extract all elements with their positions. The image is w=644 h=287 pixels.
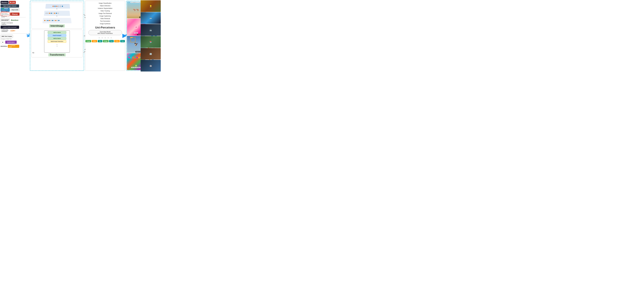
far-right-img-2: 🥽: [141, 12, 161, 24]
up-arrow-3: ↑: [105, 36, 106, 39]
feed-forward: Feed Forward: [48, 34, 66, 37]
input-video-2: Video: [114, 40, 120, 42]
generalist-line2: with Shared Parameters: [89, 32, 121, 34]
wikipedia-icon: W: [0, 40, 5, 44]
commoncrawl-badge: ⚡ Common Crawl: [8, 45, 19, 48]
left-arrow: [26, 34, 30, 35]
far-right-img-5: 🏢: [141, 48, 161, 60]
add-norm-bottom: Add & Norm: [48, 37, 66, 40]
generalist-line1: Generalist Model: [89, 31, 121, 32]
gcc-badge: Google's ConceptualCaptions: [0, 22, 14, 25]
tasks-list: Image Classification Object Detection In…: [86, 2, 124, 25]
multimedia-badge: multimediacommons: [0, 29, 9, 32]
transformers-label: Transformers: [48, 53, 66, 56]
transformers-block: Add & Norm Feed Forward Add & Norm Multi…: [31, 30, 83, 58]
openimages-row: Open Images Dataset: [0, 4, 26, 8]
bamboo-lvis-row: Bamboo ✖ LVIS: [0, 1, 26, 4]
far-right-img-6: 🤖: [141, 60, 161, 72]
generalist-box: Generalist Model with Shared Parameters: [88, 30, 122, 35]
task-image-classification: Image Classification: [86, 2, 124, 4]
corpustext-row: A Corpus of Web Text: [0, 38, 26, 40]
input-video-1: Video: [92, 40, 97, 42]
up-arrow-5: ↑: [111, 36, 112, 39]
middle-section: ↑ ↑: [30, 1, 84, 71]
task-instance-segmentation: Instance Segmentation: [86, 7, 124, 10]
wikipedia-label: WIKIPEDIA: [0, 46, 8, 47]
task-image-text-retrieval: Image-Text Retrieval: [86, 12, 124, 15]
nx-label: Nx: [32, 52, 34, 54]
pascal-badge: PASCAL2 Pattern Analysis, Statistical Mo…: [0, 12, 10, 16]
imagenet-badge: IMAGENET: [0, 18, 10, 22]
far-right-img-4: 📚: [141, 36, 161, 48]
wikipedia-crawl-row: WIKIPEDIA ⚡ Common Crawl: [0, 45, 26, 48]
corpustext-label: A Corpus of Web Text: [0, 38, 12, 40]
multi-head-attention: Multi-Head Attention: [48, 40, 66, 43]
far-right-section: 👷 🥽 💻 📚 🏢 🤖: [140, 0, 161, 72]
vqa-question: How many red buttons?: [131, 67, 141, 68]
task-object-detection: Object Detection: [86, 4, 124, 7]
left-panel: Bamboo ✖ LVIS Open Images Dataset COCO C…: [0, 0, 26, 72]
far-right-img-3: 💻: [141, 24, 161, 36]
input-image-1: Image: [86, 40, 91, 42]
intern-image-label: InternImage: [49, 24, 65, 28]
gcc-row: Google's ConceptualCaptions: [0, 22, 26, 25]
intern-image-block: ↑ ↑: [31, 2, 83, 28]
laion-badge: LAION OPEN DATASET: [0, 26, 19, 29]
lvis-badge: ✖ LVIS: [9, 1, 16, 4]
input-text-2: Text: [109, 40, 114, 42]
multimedia-10m-row: multimediacommons 1⓪M+: [0, 29, 26, 32]
transformer-diagram: Add & Norm Feed Forward Add & Norm Multi…: [44, 30, 70, 52]
pascal-places-row: PASCAL2 Pattern Analysis, Statistical Mo…: [0, 12, 26, 16]
task-image-captioning: Image Captioning: [86, 15, 124, 18]
far-right-img-1: 👷: [141, 0, 161, 12]
webtext-badge: Web Text Corpus: [0, 35, 13, 38]
task-text-generation: Text Generation: [86, 20, 124, 22]
image-text-dataset-group: IMAGENET Bamboo Google's ConceptualCapti…: [0, 18, 26, 32]
bottom-arrows: ↑: [45, 44, 69, 47]
add-norm-top: Add & Norm: [48, 31, 66, 34]
uni-perceivers-section: Image Classification Object Detection In…: [85, 1, 125, 71]
webtext-row: Web Text Corpus: [0, 35, 26, 38]
input-text-3: Text: [120, 40, 125, 42]
bamboo2-badge: Bamboo: [10, 18, 19, 22]
laion-row: LAION OPEN DATASET: [0, 26, 26, 29]
up-arrow-2: ↑: [102, 36, 103, 39]
objects365-badge: Objects365: [10, 8, 20, 12]
task-video-tracking: Video Tracking: [86, 10, 124, 12]
input-image-2: Image: [103, 40, 108, 42]
input-arrows-row: ↑ ↑ ↑ ↑ ↑: [99, 36, 112, 39]
10m-badge: 1⓪M+: [10, 29, 16, 32]
task-image-synthesis: Image Synthesis: [86, 22, 124, 25]
bamboo-badge: Bamboo: [0, 1, 8, 4]
retrieval-caption: Two kangaroos on a beach: [130, 2, 142, 3]
wiki-bookcorpus-row: W bookcorpus: [0, 40, 26, 44]
flower-label: Flower: [134, 32, 138, 34]
places-badge: Places: [10, 12, 20, 16]
up-arrow-4: ↑: [108, 36, 109, 39]
vision-dataset-group: Bamboo ✖ LVIS Open Images Dataset COCO C…: [0, 1, 26, 16]
inputs-row: Image Video Text Image Text Video Text: [86, 40, 125, 42]
text-dataset-group: Web Text Corpus A Corpus of Web Text W b…: [0, 35, 26, 48]
task-video-retrieval: Video Retrieval: [86, 18, 124, 20]
input-text-1: Text: [98, 40, 102, 42]
up-arrow-1: ↑: [99, 36, 100, 39]
openimages-badge: Open Images Dataset: [0, 4, 19, 8]
intern-image-visual: ↑ ↑: [41, 4, 73, 24]
uni-perceivers-title: Uni-Perceivers: [95, 26, 115, 29]
imagenet-bamboo2-row: IMAGENET Bamboo: [0, 18, 26, 22]
bookcorpus-badge: bookcorpus: [5, 40, 17, 44]
